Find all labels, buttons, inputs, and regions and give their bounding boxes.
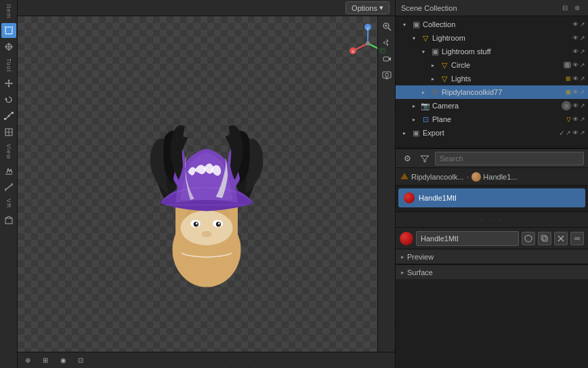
material-item-label: Handle1Mtl bbox=[419, 194, 457, 202]
circle-label: Circle bbox=[451, 61, 562, 69]
preview-section-header[interactable]: ▸ Preview bbox=[396, 249, 588, 264]
ls-arrow: ▾ bbox=[419, 47, 428, 56]
surface-title: Surface bbox=[407, 268, 433, 277]
tree-item-circle[interactable]: ▸ ▽ Circle 6 👁 ↗ bbox=[396, 58, 588, 72]
scale-tool[interactable] bbox=[1, 108, 16, 123]
bottom-tool-4[interactable]: ⊡ bbox=[73, 353, 88, 368]
tree-item-lightroom[interactable]: ▾ ▽ Lightroom 👁 ↗ bbox=[396, 31, 588, 45]
options-button[interactable]: Options ▾ bbox=[345, 1, 390, 14]
tree-item-ripdylan[interactable]: ▸ ▽ Ripdylancoolkid77 ⊞ 👁 ↗ bbox=[396, 85, 588, 99]
svg-rect-14 bbox=[4, 118, 6, 120]
breadcrumb-part2[interactable]: Handle1... bbox=[471, 172, 517, 182]
viewport-canvas[interactable]: Z Y X bbox=[18, 16, 395, 352]
properties-panel: ⚙ Ripdylancoolk... › Handle1... bbox=[396, 149, 588, 368]
lights-arrow: ▸ bbox=[428, 74, 438, 83]
props-settings-icon[interactable]: ⚙ bbox=[400, 151, 415, 166]
ls-vis-2: ↗ bbox=[580, 48, 585, 55]
svg-rect-13 bbox=[12, 112, 14, 114]
preview-arrow: ▸ bbox=[401, 253, 404, 260]
ls-icon: ▣ bbox=[429, 46, 440, 57]
breadcrumb-part1[interactable]: Ripdylancoolk... bbox=[400, 172, 464, 182]
svg-line-20 bbox=[5, 184, 12, 190]
pan-tool-button[interactable] bbox=[379, 35, 394, 50]
ripdylan-arrow: ▸ bbox=[419, 87, 428, 97]
camera-vis-1: 👁 bbox=[572, 102, 579, 109]
mat-copy-btn[interactable] bbox=[538, 232, 551, 245]
view-label: View bbox=[5, 144, 12, 159]
tree-item-lightroom-stuff[interactable]: ▾ ▣ Lightroom stuff 👁 ↗ bbox=[396, 45, 588, 58]
mat-shield-btn[interactable] bbox=[522, 232, 535, 245]
tree-item-camera[interactable]: ▸ 📷 Camera ⊞ 👁 ↗ bbox=[396, 99, 588, 113]
camera-arrow: ▸ bbox=[409, 101, 419, 110]
measure-tool[interactable] bbox=[1, 180, 16, 195]
material-item-handle1mtl[interactable]: Handle1Mtl bbox=[398, 188, 585, 207]
camera-icon: 📷 bbox=[420, 100, 431, 111]
svg-point-27 bbox=[180, 210, 232, 245]
svg-point-33 bbox=[195, 222, 197, 224]
svg-point-28 bbox=[201, 230, 211, 237]
collection-icon: ▣ bbox=[411, 19, 421, 30]
lights-mod-icon: ⊞ bbox=[566, 75, 571, 82]
rotate-tool[interactable] bbox=[1, 92, 16, 107]
svg-text:Z: Z bbox=[366, 26, 369, 30]
lightroom-arrow: ▾ bbox=[409, 33, 419, 43]
mat-more-btn[interactable] bbox=[570, 232, 584, 245]
box-tool[interactable] bbox=[1, 213, 16, 228]
zoom-in-button[interactable] bbox=[379, 19, 394, 34]
export-chk: ✓ bbox=[559, 129, 564, 137]
tree-item-export[interactable]: ▸ ▣ Export ✓ ↗ 👁 ↗ bbox=[396, 126, 588, 140]
vr-label: VR bbox=[5, 199, 12, 209]
svg-marker-8 bbox=[5, 83, 7, 85]
annotate-tool[interactable] bbox=[1, 163, 16, 178]
ls-label: Lightroom stuff bbox=[442, 47, 571, 56]
item-label: Item bbox=[5, 4, 12, 19]
tree-item-lights[interactable]: ▸ ▽ Lights ⊞ 👁 ↗ bbox=[396, 72, 588, 85]
lightroom-label: Lightroom bbox=[432, 34, 571, 42]
divider-dots: · · · bbox=[480, 216, 503, 224]
viewport-bottom: ⊕ ⊞ ◉ ⊡ · · · bbox=[18, 352, 395, 368]
mat-name-input[interactable] bbox=[416, 231, 519, 246]
outliner-search-icon[interactable]: ⊕ bbox=[572, 3, 583, 14]
bottom-tool-2[interactable]: ⊞ bbox=[38, 353, 53, 368]
svg-rect-23 bbox=[5, 218, 12, 224]
mat-close-btn[interactable] bbox=[554, 232, 568, 245]
outliner-filter-icon[interactable]: ⊟ bbox=[560, 3, 570, 14]
export-vis-3: ↗ bbox=[580, 129, 585, 136]
collection-vis-2: ↗ bbox=[580, 21, 585, 28]
lights-label: Lights bbox=[451, 75, 564, 83]
viewport-area: Options ▾ bbox=[18, 0, 395, 368]
export-vis-1: ↗ bbox=[566, 129, 571, 136]
svg-marker-10 bbox=[5, 98, 7, 100]
props-divider: · · · bbox=[396, 211, 588, 228]
lightroom-vis-2: ↗ bbox=[580, 35, 585, 41]
svg-rect-49 bbox=[383, 57, 389, 61]
bottom-tool-3[interactable]: ◉ bbox=[56, 353, 70, 368]
props-search-input[interactable] bbox=[435, 152, 584, 165]
plane-mod-icon: ▽ bbox=[566, 116, 571, 123]
material-name-bar bbox=[396, 228, 588, 249]
outliner-title: Scene Collection bbox=[401, 4, 457, 12]
surface-section-header[interactable]: ▸ Surface bbox=[396, 264, 588, 279]
left-toolbar: Item Tool bbox=[0, 0, 18, 368]
props-filter-icon[interactable] bbox=[417, 151, 432, 166]
outliner-body: ▾ ▣ Collection 👁 ↗ ▾ ▽ Lightroom 👁 ↗ bbox=[396, 16, 588, 148]
bottom-tool-1[interactable]: ⊕ bbox=[20, 353, 35, 368]
transform-tool[interactable] bbox=[1, 125, 16, 140]
mat-sphere-icon bbox=[400, 232, 413, 245]
tree-item-plane[interactable]: ▸ ⊡ Plane ▽ 👁 ↗ bbox=[396, 113, 588, 126]
ripdylan-label: Ripdylancoolkid77 bbox=[442, 88, 564, 96]
render-button[interactable] bbox=[379, 68, 394, 83]
cursor-tool[interactable] bbox=[1, 39, 16, 54]
svg-rect-54 bbox=[543, 237, 547, 241]
svg-point-34 bbox=[218, 222, 220, 224]
select-box-tool[interactable] bbox=[1, 23, 16, 38]
lightroom-icon: ▽ bbox=[420, 33, 431, 43]
move-tool[interactable] bbox=[1, 76, 16, 91]
tree-item-collection[interactable]: ▾ ▣ Collection 👁 ↗ bbox=[396, 18, 588, 31]
preview-title: Preview bbox=[407, 253, 434, 261]
circle-arrow: ▸ bbox=[428, 60, 438, 70]
plane-vis-2: ↗ bbox=[580, 116, 585, 123]
camera-nav-button[interactable] bbox=[379, 52, 394, 66]
plane-icon: ⊡ bbox=[420, 114, 431, 125]
ripdylan-vis-2: ↗ bbox=[580, 89, 585, 96]
